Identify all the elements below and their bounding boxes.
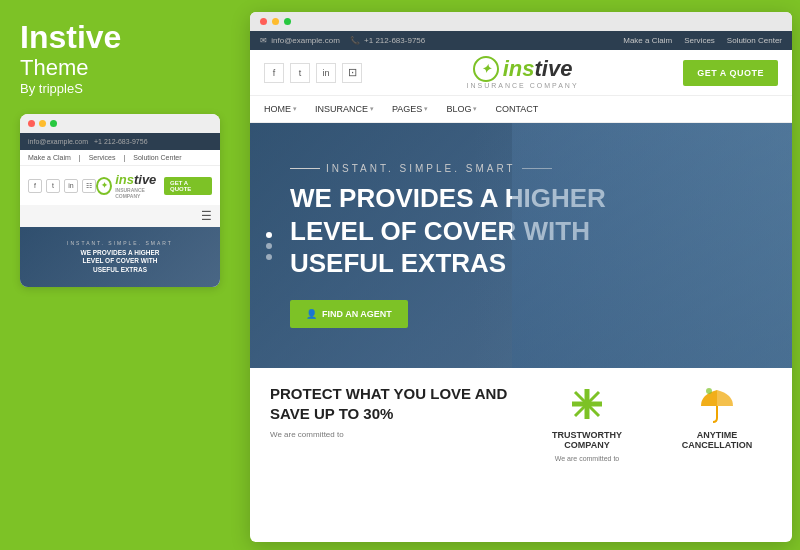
get-quote-button[interactable]: GET A QUOTE [683, 60, 778, 86]
hero-dots [266, 232, 272, 260]
feature-trustworthy: TRUSTWORTHY COMPANY We are committed to [532, 384, 642, 464]
browser-bottom: PROTECT WHAT YOU LOVE AND SAVE UP TO 30%… [250, 368, 792, 480]
browser-email: ✉ info@example.com [260, 36, 340, 45]
preview-instagram-icon[interactable]: ☷ [82, 179, 96, 193]
nav-contact-label: CONTACT [495, 104, 538, 114]
preview-logo: ✦ instive INSURANCE COMPANY [96, 172, 164, 199]
browser-topbar: ✉ info@example.com 📞 +1 212-683-9756 Mak… [250, 31, 792, 50]
preview-logo-text: instive [115, 172, 156, 187]
small-preview-card: info@example.com +1 212-683-9756 Make a … [20, 114, 220, 287]
preview-email: info@example.com [28, 138, 88, 145]
phone-icon: 📞 [350, 36, 360, 45]
preview-topbar: info@example.com +1 212-683-9756 [20, 133, 220, 150]
bottom-protect-text: We are committed to [270, 429, 512, 441]
nav-home[interactable]: HOME ▾ [264, 104, 297, 114]
cancellation-icon-wrap [697, 384, 737, 424]
preview-logo-sub: INSURANCE COMPANY [115, 187, 164, 199]
nav-contact[interactable]: CONTACT [495, 104, 538, 114]
preview-claim: Make a Claim [28, 154, 71, 161]
browser-dot-green [284, 18, 291, 25]
hero-dot-2[interactable] [266, 243, 272, 249]
hamburger-icon[interactable]: ☰ [201, 209, 212, 223]
browser-dot-red [260, 18, 267, 25]
theme-by: By trippleS [20, 81, 220, 96]
browser-solution-link[interactable]: Solution Center [727, 36, 782, 45]
hero-dot-1[interactable] [266, 232, 272, 238]
trustworthy-title: TRUSTWORTHY COMPANY [532, 430, 642, 450]
theme-title: Instive Theme [20, 20, 220, 81]
browser-logo-bar: f t in ⊡ ✦ instive INSURANCE COMPANY GET… [250, 50, 792, 96]
preview-menu-bar: ☰ [20, 205, 220, 227]
browser-logo-sub: INSURANCE COMPANY [467, 82, 579, 89]
trustworthy-cross-icon [567, 384, 607, 424]
nav-insurance-arrow: ▾ [370, 105, 374, 113]
dot-yellow [39, 120, 46, 127]
nav-home-label: HOME [264, 104, 291, 114]
preview-linkedin-icon[interactable]: in [64, 179, 78, 193]
nav-pages-label: PAGES [392, 104, 422, 114]
nav-blog[interactable]: BLOG ▾ [446, 104, 477, 114]
preview-services: Services [89, 154, 116, 161]
left-panel: Instive Theme By trippleS info@example.c… [0, 0, 240, 550]
browser-logo-shield-icon: ✦ [473, 56, 499, 82]
preview-social: f t in ☷ [28, 179, 96, 193]
browser-bottom-left: PROTECT WHAT YOU LOVE AND SAVE UP TO 30%… [270, 384, 512, 464]
find-agent-button[interactable]: 👤 FIND AN AGENT [290, 300, 408, 328]
preview-hero-tag: INSTANT. SIMPLE. SMART [67, 240, 173, 246]
browser-chrome [250, 12, 792, 31]
browser-services-link[interactable]: Services [684, 36, 715, 45]
browser-dot-yellow [272, 18, 279, 25]
trustworthy-text: We are committed to [555, 454, 619, 464]
cancellation-umbrella-icon [697, 384, 737, 424]
preview-logo-shield: ✦ [96, 177, 112, 195]
preview-logo-area: f t in ☷ ✦ instive INSURANCE COMPANY GET… [20, 166, 220, 205]
preview-facebook-icon[interactable]: f [28, 179, 42, 193]
nav-insurance-label: INSURANCE [315, 104, 368, 114]
browser-phone: 📞 +1 212-683-9756 [350, 36, 425, 45]
browser-nav: HOME ▾ INSURANCE ▾ PAGES ▾ BLOG ▾ CONTAC… [250, 96, 792, 123]
browser-topbar-right: Make a Claim Services Solution Center [623, 36, 782, 45]
browser-linkedin-icon[interactable]: in [316, 63, 336, 83]
browser-logo: ✦ instive INSURANCE COMPANY [467, 56, 579, 89]
hero-dot-3[interactable] [266, 254, 272, 260]
nav-home-arrow: ▾ [293, 105, 297, 113]
browser-social: f t in ⊡ [264, 63, 362, 83]
browser-instagram-icon[interactable]: ⊡ [342, 63, 362, 83]
preview-nav-btns: Make a Claim | Services | Solution Cente… [20, 150, 220, 166]
hero-bg-overlay [512, 123, 792, 368]
find-agent-label: FIND AN AGENT [322, 309, 392, 319]
dot-red [28, 120, 35, 127]
preview-get-quote-btn[interactable]: GET A QUOTE [164, 177, 212, 195]
feature-cancellation: ANYTIME CANCELLATION [662, 384, 772, 464]
preview-phone: +1 212-683-9756 [94, 138, 148, 145]
bottom-protect-title: PROTECT WHAT YOU LOVE AND SAVE UP TO 30% [270, 384, 512, 423]
preview-solution: Solution Center [133, 154, 181, 161]
nav-insurance[interactable]: INSURANCE ▾ [315, 104, 374, 114]
nav-pages-arrow: ▾ [424, 105, 428, 113]
card-dots [20, 114, 220, 133]
preview-hero-title: WE PROVIDES A HIGHERLEVEL OF COVER WITHU… [81, 249, 160, 274]
browser-twitter-icon[interactable]: t [290, 63, 310, 83]
dot-green [50, 120, 57, 127]
preview-twitter-icon[interactable]: t [46, 179, 60, 193]
browser-logo-text: instive [503, 58, 573, 80]
browser-facebook-icon[interactable]: f [264, 63, 284, 83]
cancellation-title: ANYTIME CANCELLATION [662, 430, 772, 450]
browser-claim-link[interactable]: Make a Claim [623, 36, 672, 45]
preview-hero: INSTANT. SIMPLE. SMART WE PROVIDES A HIG… [20, 227, 220, 287]
browser-window: ✉ info@example.com 📞 +1 212-683-9756 Mak… [250, 12, 792, 542]
trustworthy-icon-wrap [567, 384, 607, 424]
find-agent-icon: 👤 [306, 309, 317, 319]
email-icon: ✉ [260, 36, 267, 45]
nav-pages[interactable]: PAGES ▾ [392, 104, 428, 114]
svg-point-5 [706, 388, 712, 394]
browser-hero: INSTANT. SIMPLE. SMART WE PROVIDES A HIG… [250, 123, 792, 368]
nav-blog-label: BLOG [446, 104, 471, 114]
nav-blog-arrow: ▾ [473, 105, 477, 113]
